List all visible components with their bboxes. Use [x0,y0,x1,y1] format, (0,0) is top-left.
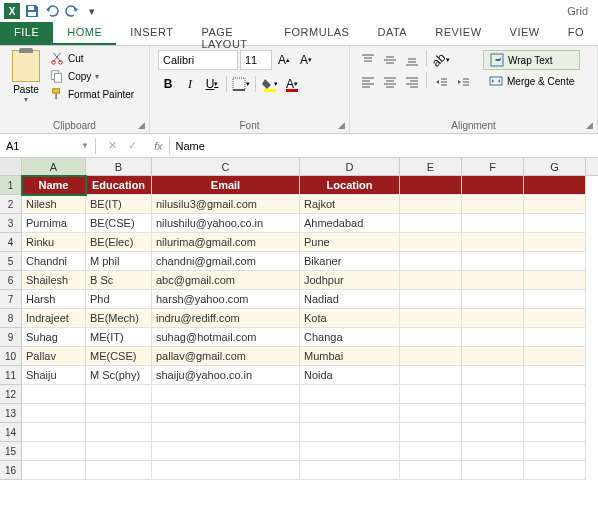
cell-d2[interactable]: Rajkot [300,195,400,214]
cell-e12[interactable] [400,385,462,404]
cell-g12[interactable] [524,385,586,404]
cell-c13[interactable] [152,404,300,423]
decrease-indent-button[interactable] [431,72,451,92]
cell-b8[interactable]: BE(Mech) [86,309,152,328]
cell-g15[interactable] [524,442,586,461]
cell-b6[interactable]: B Sc [86,271,152,290]
cell-f7[interactable] [462,290,524,309]
qat-customize-button[interactable]: ▾ [84,3,100,19]
cell-e1[interactable] [400,176,462,195]
cell-e14[interactable] [400,423,462,442]
cell-b5[interactable]: M phil [86,252,152,271]
cell-e6[interactable] [400,271,462,290]
row-header[interactable]: 2 [0,195,22,214]
increase-font-button[interactable]: A▴ [274,50,294,70]
row-header[interactable]: 9 [0,328,22,347]
row-header[interactable]: 12 [0,385,22,404]
format-painter-button[interactable]: Format Painter [48,86,136,102]
cell-e13[interactable] [400,404,462,423]
cell-d7[interactable]: Nadiad [300,290,400,309]
cell-f10[interactable] [462,347,524,366]
tab-view[interactable]: VIEW [496,22,554,45]
cell-c1[interactable]: Email [152,176,300,195]
cell-b12[interactable] [86,385,152,404]
cell-c4[interactable]: nilurima@gmail.com [152,233,300,252]
cell-g4[interactable] [524,233,586,252]
cell-c8[interactable]: indru@rediff.com [152,309,300,328]
cell-g2[interactable] [524,195,586,214]
cell-e8[interactable] [400,309,462,328]
cell-g3[interactable] [524,214,586,233]
cell-a11[interactable]: Shaiju [22,366,86,385]
cell-a16[interactable] [22,461,86,480]
row-header[interactable]: 14 [0,423,22,442]
cell-e10[interactable] [400,347,462,366]
cell-d16[interactable] [300,461,400,480]
cell-c15[interactable] [152,442,300,461]
cell-b10[interactable]: ME(CSE) [86,347,152,366]
align-top-button[interactable] [358,50,378,70]
cut-button[interactable]: Cut [48,50,136,66]
cell-e15[interactable] [400,442,462,461]
cell-d11[interactable]: Noida [300,366,400,385]
increase-indent-button[interactable] [453,72,473,92]
copy-button[interactable]: Copy ▾ [48,68,136,84]
cell-d12[interactable] [300,385,400,404]
row-header[interactable]: 10 [0,347,22,366]
cell-d3[interactable]: Ahmedabad [300,214,400,233]
tab-formulas[interactable]: FORMULAS [270,22,363,45]
underline-button[interactable]: U▾ [202,74,222,94]
cell-a14[interactable] [22,423,86,442]
cell-a4[interactable]: Rinku [22,233,86,252]
cell-g10[interactable] [524,347,586,366]
cell-f3[interactable] [462,214,524,233]
align-left-button[interactable] [358,72,378,92]
name-box[interactable]: A1▼ [0,138,96,154]
cell-b3[interactable]: BE(CSE) [86,214,152,233]
cell-b14[interactable] [86,423,152,442]
col-header-c[interactable]: C [152,158,300,175]
col-header-e[interactable]: E [400,158,462,175]
cell-c14[interactable] [152,423,300,442]
align-bottom-button[interactable] [402,50,422,70]
cell-e2[interactable] [400,195,462,214]
cell-f8[interactable] [462,309,524,328]
cell-a10[interactable]: Pallav [22,347,86,366]
cell-a1[interactable]: Name [22,176,86,195]
redo-button[interactable] [64,3,80,19]
cell-c3[interactable]: nilushilu@yahoo.co.in [152,214,300,233]
cell-b15[interactable] [86,442,152,461]
align-center-button[interactable] [380,72,400,92]
bold-button[interactable]: B [158,74,178,94]
cell-c16[interactable] [152,461,300,480]
font-color-button[interactable]: A▾ [282,74,302,94]
cell-a8[interactable]: Indrajeet [22,309,86,328]
tab-review[interactable]: REVIEW [421,22,495,45]
cell-b16[interactable] [86,461,152,480]
cell-e16[interactable] [400,461,462,480]
cell-g1[interactable] [524,176,586,195]
cell-g9[interactable] [524,328,586,347]
cell-g11[interactable] [524,366,586,385]
cell-d9[interactable]: Changa [300,328,400,347]
enter-formula-button[interactable]: ✓ [124,139,140,152]
tab-home[interactable]: HOME [53,22,116,45]
cell-c2[interactable]: nilusilu3@gmail.com [152,195,300,214]
cell-d8[interactable]: Kota [300,309,400,328]
cell-a9[interactable]: Suhag [22,328,86,347]
paste-button[interactable]: Paste ▾ [8,50,44,104]
fill-color-button[interactable]: ▾ [260,74,280,94]
worksheet-grid[interactable]: A B C D E F G 1NameEducationEmailLocatio… [0,158,598,480]
cell-c9[interactable]: suhag@hotmail.com [152,328,300,347]
cell-a5[interactable]: Chandni [22,252,86,271]
borders-button[interactable]: ▾ [231,74,251,94]
col-header-a[interactable]: A [22,158,86,175]
cell-d5[interactable]: Bikaner [300,252,400,271]
col-header-f[interactable]: F [462,158,524,175]
cell-c12[interactable] [152,385,300,404]
cell-g8[interactable] [524,309,586,328]
cell-g16[interactable] [524,461,586,480]
tab-data[interactable]: DATA [363,22,421,45]
cell-c6[interactable]: abc@gmail.com [152,271,300,290]
cell-d6[interactable]: Jodhpur [300,271,400,290]
